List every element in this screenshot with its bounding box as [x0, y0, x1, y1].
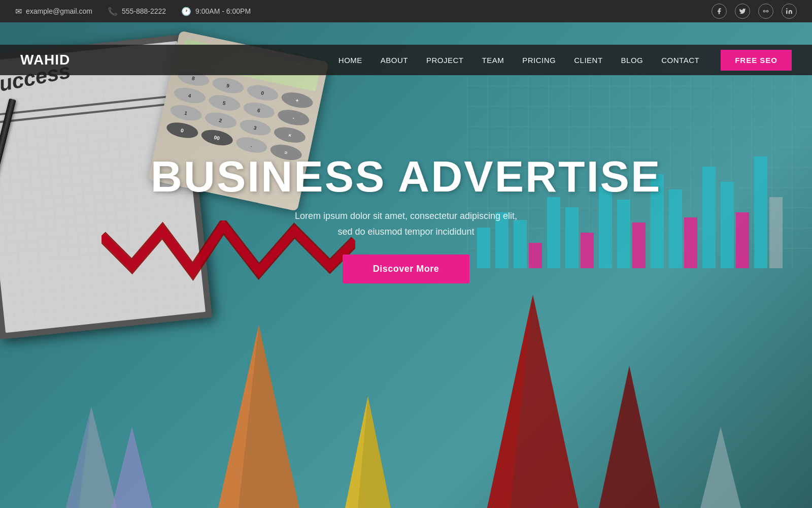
svg-marker-14 [599, 366, 660, 508]
nav-menu: HOME ABOUT PROJECT TEAM PRICING CLIENT B… [331, 50, 792, 71]
flickr-icon[interactable] [758, 4, 773, 19]
topbar-contact-info: ✉ example@gmail.com 📞 555-888-2222 🕐 9:0… [15, 7, 251, 16]
cone-6 [599, 366, 660, 508]
topbar: ✉ example@gmail.com 📞 555-888-2222 🕐 9:0… [0, 0, 812, 22]
discover-more-button[interactable]: Discover More [343, 255, 470, 283]
hero-subtitle: Lorem ipsum dolor sit amet, consectetur … [0, 208, 812, 239]
nav-pricing[interactable]: PRICING [515, 52, 563, 69]
svg-marker-7 [112, 427, 152, 508]
hero-subtitle-line2: sed do eiusmod tempor incididunt [337, 227, 474, 237]
free-seo-button[interactable]: FREE SEO [721, 50, 792, 71]
facebook-icon[interactable] [712, 4, 727, 19]
svg-point-0 [763, 10, 765, 12]
topbar-social [712, 4, 797, 19]
cone-7 [700, 427, 741, 508]
nav-blog[interactable]: BLOG [614, 52, 651, 69]
hero-content: BUSINESS ADVERTISE Lorem ipsum dolor sit… [0, 154, 812, 283]
svg-point-2 [786, 8, 787, 9]
brand-logo: WAHID [20, 52, 70, 68]
email-text: example@gmail.com [26, 7, 92, 15]
email-icon: ✉ [15, 7, 22, 16]
nav-project[interactable]: PROJECT [419, 52, 471, 69]
hero-title: BUSINESS ADVERTISE [0, 154, 812, 198]
linkedin-icon[interactable] [782, 4, 797, 19]
svg-point-1 [766, 10, 768, 12]
cone-4 [345, 396, 391, 508]
svg-marker-15 [700, 427, 741, 508]
nav-team[interactable]: TEAM [475, 52, 512, 69]
topbar-hours: 🕐 9:00AM - 6:00PM [181, 7, 251, 16]
twitter-icon[interactable] [735, 4, 750, 19]
topbar-phone: 📞 555-888-2222 [108, 7, 166, 16]
cone-1 [66, 406, 117, 508]
topbar-email: ✉ example@gmail.com [15, 7, 92, 16]
cone-decorations [0, 305, 812, 508]
nav-home[interactable]: HOME [331, 52, 369, 69]
hero-subtitle-line1: Lorem ipsum dolor sit amet, consectetur … [295, 211, 517, 221]
nav-contact[interactable]: CONTACT [654, 52, 706, 69]
nav-about[interactable]: ABOUT [374, 52, 415, 69]
hero-section: WAHID HOME ABOUT PROJECT TEAM PRICING CL… [0, 22, 812, 508]
clock-icon: 🕐 [181, 7, 191, 16]
navbar: WAHID HOME ABOUT PROJECT TEAM PRICING CL… [0, 45, 812, 75]
phone-text: 555-888-2222 [122, 7, 166, 15]
cone-3 [218, 325, 299, 508]
phone-icon: 📞 [108, 7, 118, 16]
hours-text: 9:00AM - 6:00PM [195, 7, 251, 15]
cone-2 [112, 427, 152, 508]
cone-5 [487, 295, 579, 508]
nav-client[interactable]: CLIENT [567, 52, 610, 69]
